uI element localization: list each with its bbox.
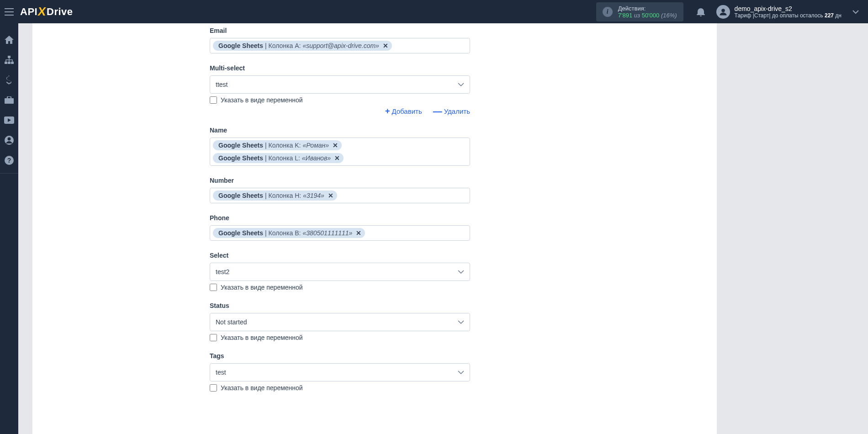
svg-point-8: [8, 138, 11, 141]
multiselect-actions: +Добавить —Удалить: [210, 106, 470, 116]
briefcase-icon: [5, 96, 14, 104]
home-icon: [5, 36, 14, 44]
user-menu[interactable]: demo_apix-drive_s2 Тариф |Старт| до опла…: [713, 3, 863, 21]
svg-rect-4: [11, 62, 14, 64]
select-dropdown[interactable]: test2: [210, 263, 470, 281]
variable-checkbox-row: Указать в виде переменной: [210, 384, 470, 392]
select-value: test2: [216, 268, 229, 275]
notifications-button[interactable]: [693, 7, 709, 16]
close-icon[interactable]: ✕: [333, 142, 338, 149]
close-icon[interactable]: ✕: [356, 229, 361, 237]
user-name: demo_apix-drive_s2: [735, 5, 842, 12]
variable-checkbox-row: Указать в виде переменной: [210, 96, 470, 104]
field-status: Status Not started Указать в виде переме…: [210, 302, 470, 341]
sidebar-divider: [0, 173, 18, 174]
user-icon: [719, 8, 727, 16]
minus-icon: —: [433, 106, 442, 116]
variable-checkbox[interactable]: [210, 384, 217, 392]
sidebar-help[interactable]: ?: [0, 151, 18, 169]
brand-part1: API: [20, 6, 37, 18]
chevron-down-icon: [458, 270, 464, 274]
topbar: API X Drive i Действия: 7'891 из 50'000 …: [0, 0, 868, 23]
dollar-icon: [6, 75, 12, 85]
form-panel: Email Google Sheets | Колонка A: «suppor…: [32, 23, 717, 434]
field-label: Email: [210, 27, 470, 34]
info-icon: i: [603, 7, 613, 17]
chip: Google Sheets | Колонка L: «Иванов»✕: [213, 153, 344, 163]
menu-toggle[interactable]: [0, 0, 18, 23]
close-icon[interactable]: ✕: [328, 192, 333, 199]
sidebar-account[interactable]: [0, 131, 18, 149]
status-dropdown[interactable]: Not started: [210, 313, 470, 331]
usage-box[interactable]: i Действия: 7'891 из 50'000 (16%): [596, 2, 683, 21]
brand-x-icon: X: [37, 5, 47, 19]
name-input[interactable]: Google Sheets | Колонка K: «Роман»✕ Goog…: [210, 138, 470, 166]
chip: Google Sheets | Колонка H: «3194»✕: [213, 191, 337, 201]
svg-point-0: [721, 9, 725, 12]
phone-input[interactable]: Google Sheets | Колонка B: «380501111111…: [210, 225, 470, 241]
sitemap-icon: [5, 56, 14, 64]
sidebar-video[interactable]: [0, 111, 18, 129]
svg-rect-2: [5, 62, 7, 64]
chip: Google Sheets | Колонка A: «support@apix…: [213, 41, 392, 51]
checkbox-label: Указать в виде переменной: [221, 384, 303, 392]
chevron-down-icon: [458, 370, 464, 375]
user-tariff: Тариф |Старт| до оплаты осталось 227 дн: [735, 12, 842, 19]
variable-checkbox[interactable]: [210, 284, 217, 291]
sidebar-marketplace[interactable]: [0, 91, 18, 109]
question-icon: ?: [5, 156, 14, 165]
select-value: test: [216, 369, 226, 376]
close-icon[interactable]: ✕: [334, 154, 340, 162]
plus-icon: +: [385, 107, 390, 115]
field-number: Number Google Sheets | Колонка H: «3194»…: [210, 177, 470, 203]
number-input[interactable]: Google Sheets | Колонка H: «3194»✕: [210, 188, 470, 203]
variable-checkbox[interactable]: [210, 96, 217, 104]
user-circle-icon: [5, 136, 14, 145]
avatar: [716, 5, 730, 19]
chip: Google Sheets | Колонка K: «Роман»✕: [213, 140, 342, 150]
field-email: Email Google Sheets | Колонка A: «suppor…: [210, 27, 470, 53]
select-value: ttest: [216, 81, 228, 88]
chevron-down-icon: [458, 82, 464, 87]
close-icon[interactable]: ✕: [383, 42, 388, 49]
sidebar-billing[interactable]: [0, 71, 18, 89]
svg-rect-5: [5, 98, 14, 104]
field-label: Multi-select: [210, 64, 470, 72]
chevron-down-icon: [852, 10, 859, 14]
delete-button[interactable]: —Удалить: [433, 106, 470, 116]
svg-text:?: ?: [7, 157, 11, 164]
variable-checkbox[interactable]: [210, 334, 217, 341]
chevron-down-icon: [458, 320, 464, 324]
checkbox-label: Указать в виде переменной: [221, 96, 303, 104]
tags-dropdown[interactable]: test: [210, 363, 470, 381]
field-label: Name: [210, 127, 470, 134]
field-tags: Tags test Указать в виде переменной: [210, 352, 470, 392]
brand-part2: Drive: [47, 6, 73, 18]
usage-values: 7'891 из 50'000 (16%): [618, 12, 677, 19]
field-label: Select: [210, 252, 470, 259]
field-label: Status: [210, 302, 470, 309]
bell-icon: [697, 7, 705, 16]
field-label: Tags: [210, 352, 470, 360]
field-name: Name Google Sheets | Колонка K: «Роман»✕…: [210, 127, 470, 166]
multiselect-dropdown[interactable]: ttest: [210, 75, 470, 94]
sidebar: ?: [0, 23, 18, 434]
svg-rect-1: [8, 56, 11, 58]
field-multiselect: Multi-select ttest Указать в виде переме…: [210, 64, 470, 116]
field-phone: Phone Google Sheets | Колонка B: «380501…: [210, 214, 470, 241]
hamburger-icon: [5, 8, 14, 16]
select-value: Not started: [216, 318, 247, 326]
email-input[interactable]: Google Sheets | Колонка A: «support@apix…: [210, 38, 470, 53]
sidebar-home[interactable]: [0, 31, 18, 49]
checkbox-label: Указать в виде переменной: [221, 284, 303, 291]
svg-rect-3: [8, 62, 11, 64]
usage-label: Действия:: [618, 5, 677, 12]
add-button[interactable]: +Добавить: [385, 106, 422, 116]
youtube-icon: [4, 116, 14, 124]
chip: Google Sheets | Колонка B: «380501111111…: [213, 228, 365, 238]
sidebar-connections[interactable]: [0, 51, 18, 69]
variable-checkbox-row: Указать в виде переменной: [210, 284, 470, 291]
brand-logo[interactable]: API X Drive: [20, 5, 73, 19]
field-label: Number: [210, 177, 470, 184]
checkbox-label: Указать в виде переменной: [221, 334, 303, 341]
